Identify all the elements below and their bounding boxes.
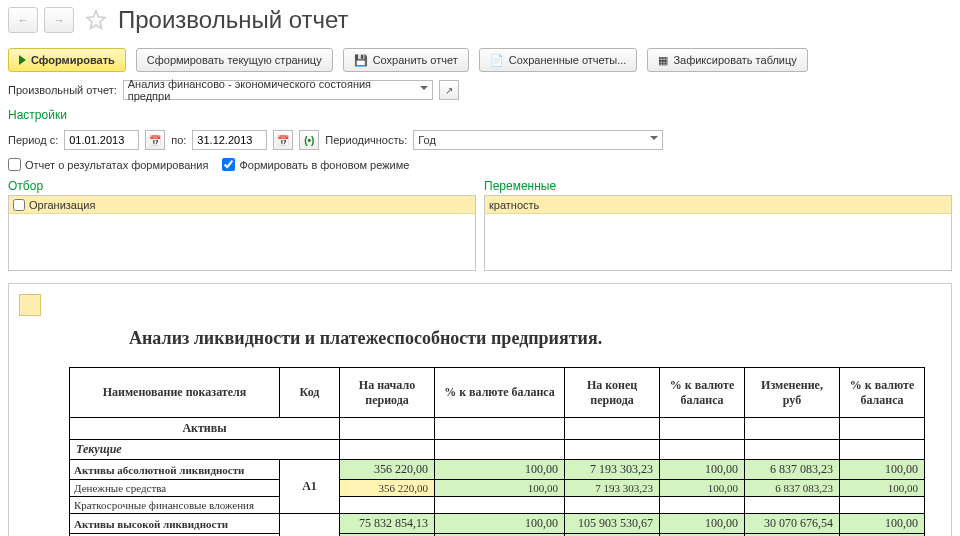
report-type-dropdown[interactable]: Анализ финансово - экономического состоя… — [123, 80, 433, 100]
filter-checkbox[interactable] — [13, 199, 25, 211]
settings-title: Настройки — [8, 108, 67, 122]
vars-panel: кратность — [484, 195, 952, 271]
report-table: Наименование показателя Код На начало пе… — [69, 367, 925, 536]
table-header-row: Наименование показателя Код На начало пе… — [70, 368, 925, 418]
save-icon: 💾 — [354, 54, 368, 67]
page-title: Произвольный отчет — [118, 6, 349, 34]
grid-icon: ▦ — [658, 54, 668, 67]
form-report-button[interactable]: Сформировать — [8, 48, 126, 72]
row-a1-sub1: Денежные средства 356 220,00100,00 7 193… — [70, 480, 925, 497]
section-assets: Активы — [70, 418, 925, 440]
form-current-page-button[interactable]: Сформировать текущую страницу — [136, 48, 333, 72]
filter-panel: Организация — [8, 195, 476, 271]
sheet-tab-handle[interactable] — [19, 294, 41, 316]
period-picker-button[interactable]: (•) — [299, 130, 319, 150]
background-checkbox[interactable]: Формировать в фоновом режиме — [222, 158, 409, 171]
report-output: Анализ ликвидности и платежеспособности … — [8, 283, 952, 536]
period-from-label: Период с: — [8, 134, 58, 146]
row-a2: Активы высокой ликвидности А2 75 832 854… — [70, 514, 925, 534]
report-select-label: Произвольный отчет: — [8, 84, 117, 96]
period-to-label: по: — [171, 134, 186, 146]
calendar-to-icon[interactable]: 📅 — [273, 130, 293, 150]
play-icon — [19, 55, 26, 65]
fix-table-button[interactable]: ▦Зафиксировать таблицу — [647, 48, 807, 72]
nav-back-button[interactable]: ← — [8, 7, 38, 33]
periodicity-label: Периодичность: — [325, 134, 407, 146]
reports-icon: 📄 — [490, 54, 504, 67]
row-a1: Активы абсолютной ликвидности А1 356 220… — [70, 460, 925, 480]
favorite-star-icon[interactable] — [84, 8, 108, 32]
filter-panel-title: Отбор — [8, 177, 476, 195]
filter-row-organization[interactable]: Организация — [9, 196, 475, 214]
saved-reports-button[interactable]: 📄Сохраненные отчеты... — [479, 48, 638, 72]
vars-panel-title: Переменные — [484, 177, 952, 195]
periodicity-dropdown[interactable]: Год — [413, 130, 663, 150]
var-row-kratnost[interactable]: кратность — [485, 196, 951, 214]
report-title: Анализ ликвидности и платежеспособности … — [9, 328, 951, 367]
nav-forward-button[interactable]: → — [44, 7, 74, 33]
row-a1-sub2: Краткосрочные финансовые вложения — [70, 497, 925, 514]
period-to-input[interactable] — [192, 130, 267, 150]
results-checkbox[interactable]: Отчет о результатах формирования — [8, 158, 208, 171]
open-report-button[interactable]: ↗ — [439, 80, 459, 100]
period-from-input[interactable] — [64, 130, 139, 150]
save-report-button[interactable]: 💾Сохранить отчет — [343, 48, 469, 72]
calendar-from-icon[interactable]: 📅 — [145, 130, 165, 150]
section-current: Текущие — [70, 440, 925, 460]
